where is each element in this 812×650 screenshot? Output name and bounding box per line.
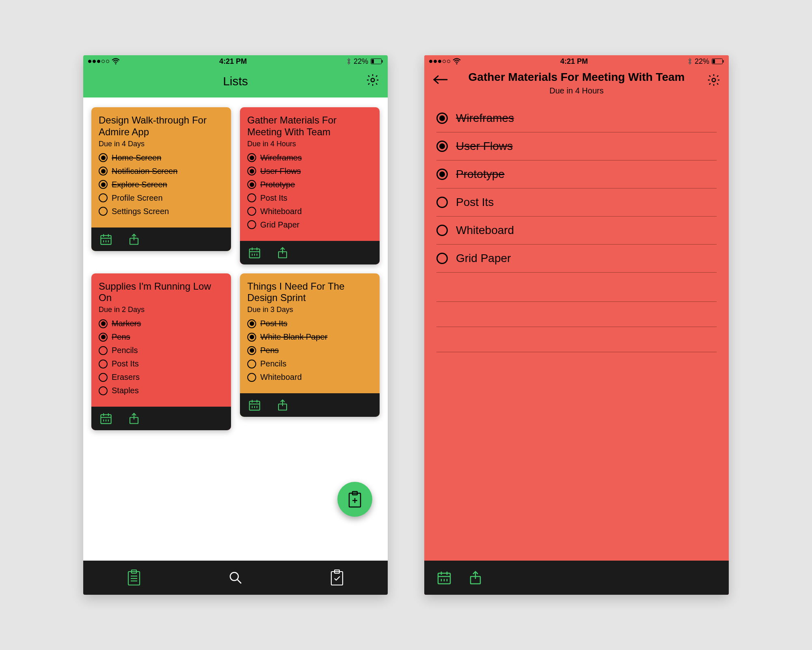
svg-rect-5 bbox=[101, 235, 111, 244]
radio-icon bbox=[99, 180, 108, 189]
task-item[interactable]: User Flows bbox=[247, 167, 372, 176]
settings-button[interactable] bbox=[707, 73, 721, 87]
share-button[interactable] bbox=[128, 233, 140, 246]
radio-icon bbox=[99, 386, 108, 395]
radio-icon bbox=[99, 193, 108, 202]
radio-icon bbox=[247, 373, 256, 382]
settings-button[interactable] bbox=[366, 73, 380, 87]
task-item[interactable]: Settings Screen bbox=[99, 207, 224, 216]
radio-icon bbox=[436, 169, 448, 180]
task-item[interactable]: User Flows bbox=[436, 132, 717, 160]
card-footer bbox=[91, 228, 231, 251]
radio-icon bbox=[99, 333, 108, 342]
svg-point-50 bbox=[456, 63, 458, 65]
list-card[interactable]: Supplies I'm Running Low OnDue in 2 Days… bbox=[91, 273, 231, 431]
task-item[interactable]: Notificaion Screen bbox=[99, 167, 224, 176]
card-footer bbox=[240, 393, 380, 417]
task-label: Prototype bbox=[260, 180, 295, 189]
share-icon bbox=[276, 399, 289, 412]
radio-icon bbox=[247, 180, 256, 189]
task-item[interactable]: Post Its bbox=[436, 188, 717, 217]
task-label: User Flows bbox=[456, 140, 513, 153]
task-item[interactable]: Post Its bbox=[247, 319, 372, 328]
card-due: Due in 2 Days bbox=[99, 306, 224, 314]
task-item[interactable]: Markers bbox=[99, 319, 224, 328]
task-item[interactable]: Pens bbox=[99, 332, 224, 342]
svg-rect-21 bbox=[101, 415, 111, 424]
search-icon bbox=[228, 570, 243, 585]
task-item[interactable]: Staples bbox=[99, 386, 224, 395]
svg-rect-52 bbox=[723, 60, 724, 63]
task-label: White Blank Paper bbox=[260, 332, 328, 342]
task-label: Pens bbox=[260, 346, 279, 355]
task-item[interactable]: White Blank Paper bbox=[247, 332, 372, 342]
nav-search-button[interactable] bbox=[228, 570, 243, 585]
task-item[interactable]: Prototype bbox=[247, 180, 372, 189]
task-label: Post Its bbox=[260, 193, 287, 203]
header: Gather Materials For Meeting With Team D… bbox=[424, 67, 729, 100]
share-button[interactable] bbox=[276, 399, 289, 412]
task-item[interactable]: Grid Paper bbox=[436, 245, 717, 273]
share-button[interactable] bbox=[468, 570, 483, 585]
back-button[interactable] bbox=[432, 75, 448, 84]
task-item[interactable]: Wireframes bbox=[436, 104, 717, 132]
card-due: Due in 4 Hours bbox=[247, 140, 372, 148]
share-button[interactable] bbox=[276, 246, 289, 259]
svg-rect-56 bbox=[438, 573, 450, 584]
page-title: Lists bbox=[223, 74, 248, 88]
task-item[interactable]: Home Screen bbox=[99, 153, 224, 162]
task-label: Post Its bbox=[260, 319, 287, 328]
task-label: Erasers bbox=[112, 373, 140, 382]
share-button[interactable] bbox=[128, 412, 140, 425]
card-title: Supplies I'm Running Low On bbox=[99, 281, 224, 304]
task-item[interactable]: Wireframes bbox=[247, 153, 372, 162]
task-label: Settings Screen bbox=[112, 207, 169, 216]
task-label: Home Screen bbox=[112, 153, 161, 162]
radio-icon bbox=[99, 207, 108, 216]
card-title: Design Walk-through For Admire App bbox=[99, 115, 224, 138]
card-title: Gather Materials For Meeting With Team bbox=[247, 115, 372, 138]
task-item[interactable]: Pens bbox=[247, 346, 372, 355]
nav-lists-button[interactable] bbox=[127, 570, 141, 586]
wifi-icon bbox=[453, 58, 461, 65]
schedule-button[interactable] bbox=[436, 570, 452, 585]
due-text: Due in 4 Hours bbox=[469, 86, 685, 95]
task-label: Pencils bbox=[112, 346, 138, 355]
task-label: Wireframes bbox=[260, 153, 302, 162]
list-card[interactable]: Gather Materials For Meeting With TeamDu… bbox=[240, 107, 380, 264]
nav-tasks-button[interactable] bbox=[330, 570, 344, 586]
battery-icon bbox=[712, 58, 724, 64]
task-label: Explore Screen bbox=[112, 180, 167, 189]
svg-rect-3 bbox=[371, 59, 374, 63]
task-item[interactable]: Whiteboard bbox=[247, 373, 372, 382]
svg-point-46 bbox=[230, 572, 238, 581]
task-item[interactable]: Whiteboard bbox=[436, 217, 717, 245]
status-time: 4:21 PM bbox=[219, 57, 247, 66]
task-label: Whiteboard bbox=[260, 373, 302, 382]
task-item[interactable]: Explore Screen bbox=[99, 180, 224, 189]
task-item[interactable]: Erasers bbox=[99, 373, 224, 382]
task-item[interactable]: Whiteboard bbox=[247, 207, 372, 216]
task-label: Profile Screen bbox=[112, 193, 163, 203]
task-item[interactable]: Grid Paper bbox=[247, 220, 372, 230]
list-card[interactable]: Design Walk-through For Admire AppDue in… bbox=[91, 107, 231, 251]
schedule-button[interactable] bbox=[248, 246, 261, 259]
radio-icon bbox=[436, 225, 448, 236]
task-item[interactable]: Prototype bbox=[436, 160, 717, 188]
radio-icon bbox=[247, 346, 256, 355]
task-item[interactable]: Post Its bbox=[99, 359, 224, 368]
schedule-button[interactable] bbox=[99, 412, 112, 425]
clipboard-check-icon bbox=[330, 570, 344, 586]
list-card[interactable]: Things I Need For The Design SprintDue i… bbox=[240, 273, 380, 417]
schedule-button[interactable] bbox=[99, 233, 112, 246]
battery-percent: 22% bbox=[354, 57, 368, 66]
task-item[interactable]: Pencils bbox=[247, 359, 372, 368]
add-list-fab[interactable] bbox=[337, 482, 372, 517]
radio-icon bbox=[99, 346, 108, 355]
task-label: Notificaion Screen bbox=[112, 167, 177, 176]
task-item[interactable]: Profile Screen bbox=[99, 193, 224, 203]
task-item[interactable]: Post Its bbox=[247, 193, 372, 203]
radio-icon bbox=[247, 319, 256, 328]
schedule-button[interactable] bbox=[248, 399, 261, 412]
task-item[interactable]: Pencils bbox=[99, 346, 224, 355]
